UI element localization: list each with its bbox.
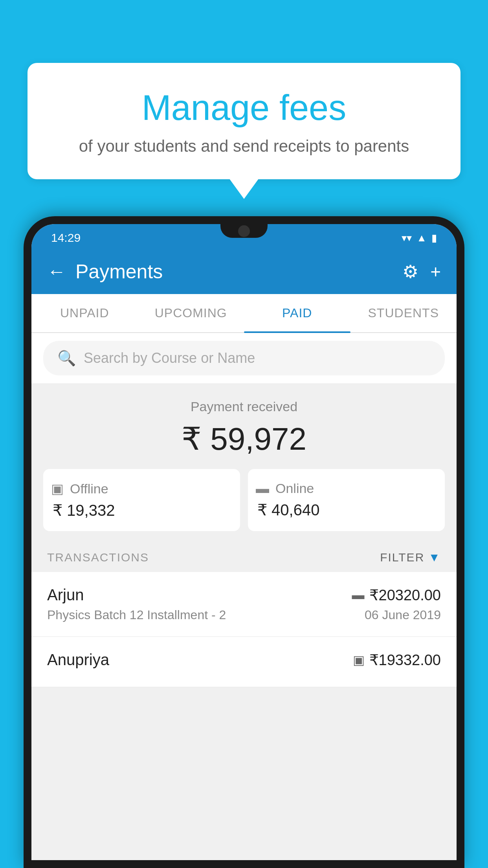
status-icons: ▾▾ ▲ ▮ xyxy=(402,232,437,244)
speech-bubble: Manage fees of your students and send re… xyxy=(28,63,460,179)
phone-frame: 14:29 ▾▾ ▲ ▮ ← Payments ⚙ + UNPAID UPCOM… xyxy=(24,216,464,868)
camera-dot xyxy=(238,225,250,237)
payment-summary: Payment received ₹ 59,972 ▣ Offline ₹ 19… xyxy=(31,383,457,543)
speech-bubble-subtitle: of your students and send receipts to pa… xyxy=(43,137,445,156)
transactions-label: TRANSACTIONS xyxy=(47,551,149,564)
battery-icon: ▮ xyxy=(431,232,437,244)
offline-card-top: ▣ Offline xyxy=(51,481,108,497)
offline-icon: ▣ xyxy=(51,481,64,497)
page-title: Payments xyxy=(75,260,163,283)
header-right: ⚙ + xyxy=(402,261,441,282)
tab-paid[interactable]: PAID xyxy=(244,294,350,332)
filter-icon: ▼ xyxy=(428,551,441,564)
signal-icon: ▲ xyxy=(416,232,427,244)
transaction-amount-wrap: ▬ ₹20320.00 xyxy=(352,587,441,604)
filter-label: FILTER xyxy=(380,551,424,564)
transaction-amount: ₹19332.00 xyxy=(369,651,441,669)
tab-unpaid[interactable]: UNPAID xyxy=(31,294,138,332)
speech-bubble-container: Manage fees of your students and send re… xyxy=(28,63,460,179)
payment-type-icon: ▣ xyxy=(353,653,365,668)
payment-received-label: Payment received xyxy=(43,399,445,414)
transaction-bottom: Physics Batch 12 Installment - 2 06 June… xyxy=(47,608,441,622)
transaction-amount: ₹20320.00 xyxy=(369,587,441,604)
transactions-header: TRANSACTIONS FILTER ▼ xyxy=(31,543,457,572)
offline-card: ▣ Offline ₹ 19,332 xyxy=(43,469,240,531)
transaction-top: Anupriya ▣ ₹19332.00 xyxy=(47,651,441,669)
payment-type-icon: ▬ xyxy=(352,588,365,602)
online-card: ▬ Online ₹ 40,640 xyxy=(248,469,445,531)
settings-icon[interactable]: ⚙ xyxy=(402,261,418,282)
transaction-top: Arjun ▬ ₹20320.00 xyxy=(47,586,441,604)
status-time: 14:29 xyxy=(51,231,81,245)
tabs-bar: UNPAID UPCOMING PAID STUDENTS xyxy=(31,294,457,333)
filter-button[interactable]: FILTER ▼ xyxy=(380,551,441,564)
add-icon[interactable]: + xyxy=(430,261,441,282)
transaction-course: Physics Batch 12 Installment - 2 xyxy=(47,608,226,622)
wifi-icon: ▾▾ xyxy=(402,232,412,244)
search-bar[interactable]: 🔍 Search by Course or Name xyxy=(43,341,445,375)
transaction-row[interactable]: Anupriya ▣ ₹19332.00 xyxy=(31,637,457,687)
phone-screen: 14:29 ▾▾ ▲ ▮ ← Payments ⚙ + UNPAID UPCOM… xyxy=(31,224,457,860)
online-card-top: ▬ Online xyxy=(256,481,314,496)
notch-cutout xyxy=(220,224,268,238)
payment-cards: ▣ Offline ₹ 19,332 ▬ Online ₹ 40,640 xyxy=(43,469,445,531)
status-bar: 14:29 ▾▾ ▲ ▮ xyxy=(31,224,457,249)
online-icon: ▬ xyxy=(256,481,269,496)
app-header: ← Payments ⚙ + xyxy=(31,249,457,294)
transaction-name: Anupriya xyxy=(47,651,109,669)
offline-amount: ₹ 19,332 xyxy=(51,501,115,519)
search-container: 🔍 Search by Course or Name xyxy=(31,333,457,383)
online-amount: ₹ 40,640 xyxy=(256,501,319,519)
online-label: Online xyxy=(275,481,314,496)
offline-label: Offline xyxy=(70,481,108,497)
search-icon: 🔍 xyxy=(57,349,76,367)
tab-upcoming[interactable]: UPCOMING xyxy=(138,294,244,332)
payment-total-amount: ₹ 59,972 xyxy=(43,421,445,457)
speech-bubble-title: Manage fees xyxy=(43,86,445,129)
back-button[interactable]: ← xyxy=(47,262,66,281)
transaction-amount-wrap: ▣ ₹19332.00 xyxy=(353,651,441,669)
transaction-date: 06 June 2019 xyxy=(365,608,441,622)
transaction-name: Arjun xyxy=(47,586,84,604)
header-left: ← Payments xyxy=(47,260,163,283)
tab-students[interactable]: STUDENTS xyxy=(350,294,457,332)
search-input[interactable]: Search by Course or Name xyxy=(84,350,255,366)
transaction-row[interactable]: Arjun ▬ ₹20320.00 Physics Batch 12 Insta… xyxy=(31,572,457,637)
